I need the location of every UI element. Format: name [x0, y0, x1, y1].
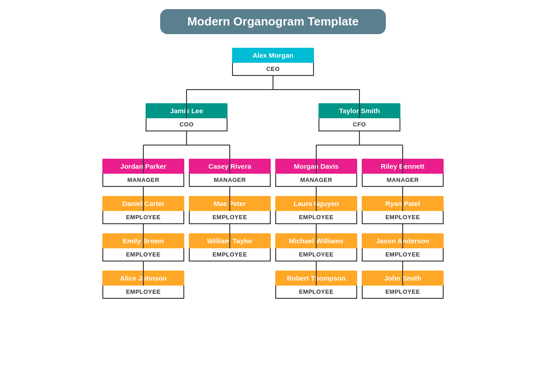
- ceo-hspread: Jamie Lee COO Jordan Parker MANAGER: [114, 90, 432, 299]
- mgr3-name: Morgan Davis: [275, 159, 357, 174]
- mgr3-role: MANAGER: [275, 174, 357, 187]
- emp1b-role: EMPLOYEE: [102, 248, 184, 261]
- emp3c-name: Robert Thompson: [275, 271, 357, 286]
- emp3c-role: EMPLOYEE: [275, 286, 357, 299]
- mgr4-role: MANAGER: [362, 174, 444, 187]
- mgr1-role: MANAGER: [102, 174, 184, 187]
- emp3a-name: Laura Nguyen: [275, 196, 357, 211]
- emp4b-name: Jason Anderson: [362, 233, 444, 248]
- emp1c-name: Alice Johnson: [102, 271, 184, 286]
- emp4c-role: EMPLOYEE: [362, 286, 444, 299]
- emp1c-node: Alice Johnson EMPLOYEE: [102, 271, 184, 299]
- mgr3-col: Morgan Davis MANAGER Laura Nguyen EMPLOY…: [273, 145, 359, 299]
- emp1b-name: Emily Brown: [102, 233, 184, 248]
- ceo-role: CEO: [232, 63, 314, 76]
- emp4a-node: Ryan Patel EMPLOYEE: [362, 196, 444, 224]
- emp2b-node: William Taylor EMPLOYEE: [189, 233, 271, 261]
- emp4c-name: John Smith: [362, 271, 444, 286]
- emp1c-role: EMPLOYEE: [102, 286, 184, 299]
- mgr2-node: Casey Rivera MANAGER: [189, 159, 271, 187]
- page-title-box: Modern Organogram Template: [160, 9, 386, 34]
- emp4b-role: EMPLOYEE: [362, 248, 444, 261]
- mgr1-col: Jordan Parker MANAGER Daniel Carter EMPL…: [100, 145, 187, 299]
- ceo-node: Alex Morgan CEO: [232, 48, 314, 76]
- cfo-branch-col: Taylor Smith CFO Morgan Davis MANAGER: [273, 90, 446, 299]
- mgr1-name: Jordan Parker: [102, 159, 184, 174]
- emp4b-node: Jason Anderson EMPLOYEE: [362, 233, 444, 261]
- mgr2-role: MANAGER: [189, 174, 271, 187]
- mgr4-name: Riley Bennett: [362, 159, 444, 174]
- mgr4-col: Riley Bennett MANAGER Ryan Patel EMPLOYE…: [359, 145, 446, 299]
- emp4c-node: John Smith EMPLOYEE: [362, 271, 444, 299]
- coo-role: COO: [146, 118, 228, 131]
- mgr4-node: Riley Bennett MANAGER: [362, 159, 444, 187]
- coo-mgr-spread: Jordan Parker MANAGER Daniel Carter EMPL…: [100, 145, 273, 299]
- emp4a-role: EMPLOYEE: [362, 211, 444, 224]
- emp1a-name: Daniel Carter: [102, 196, 184, 211]
- cfo-node: Taylor Smith CFO: [318, 103, 400, 131]
- mgr3-node: Morgan Davis MANAGER: [275, 159, 357, 187]
- emp2a-role: EMPLOYEE: [189, 211, 271, 224]
- emp2a-node: Mae Peter EMPLOYEE: [189, 196, 271, 224]
- ceo-name: Alex Morgan: [232, 48, 314, 63]
- cfo-name: Taylor Smith: [318, 103, 400, 118]
- emp3b-name: Michael Williams: [275, 233, 357, 248]
- emp1a-role: EMPLOYEE: [102, 211, 184, 224]
- emp3a-role: EMPLOYEE: [275, 211, 357, 224]
- ceo-branch: Alex Morgan CEO Jamie Lee COO: [114, 48, 432, 299]
- emp3b-node: Michael Williams EMPLOYEE: [275, 233, 357, 261]
- emp3c-node: Robert Thompson EMPLOYEE: [275, 271, 357, 299]
- page-title: Modern Organogram Template: [187, 15, 359, 28]
- mgr2-name: Casey Rivera: [189, 159, 271, 174]
- mgr1-node: Jordan Parker MANAGER: [102, 159, 184, 187]
- emp2a-name: Mae Peter: [189, 196, 271, 211]
- coo-name: Jamie Lee: [146, 103, 228, 118]
- emp1a-node: Daniel Carter EMPLOYEE: [102, 196, 184, 224]
- emp3b-role: EMPLOYEE: [275, 248, 357, 261]
- emp1b-node: Emily Brown EMPLOYEE: [102, 233, 184, 261]
- emp4a-name: Ryan Patel: [362, 196, 444, 211]
- emp2b-name: William Taylor: [189, 233, 271, 248]
- coo-node: Jamie Lee COO: [146, 103, 228, 131]
- emp3a-node: Laura Nguyen EMPLOYEE: [275, 196, 357, 224]
- coo-branch-col: Jamie Lee COO Jordan Parker MANAGER: [100, 90, 273, 299]
- emp2b-role: EMPLOYEE: [189, 248, 271, 261]
- org-chart: Alex Morgan CEO Jamie Lee COO: [5, 48, 541, 299]
- cfo-mgr-spread: Morgan Davis MANAGER Laura Nguyen EMPLOY…: [273, 145, 446, 299]
- mgr2-col: Casey Rivera MANAGER Mae Peter EMPLOYEE: [187, 145, 273, 261]
- cfo-role: CFO: [318, 118, 400, 131]
